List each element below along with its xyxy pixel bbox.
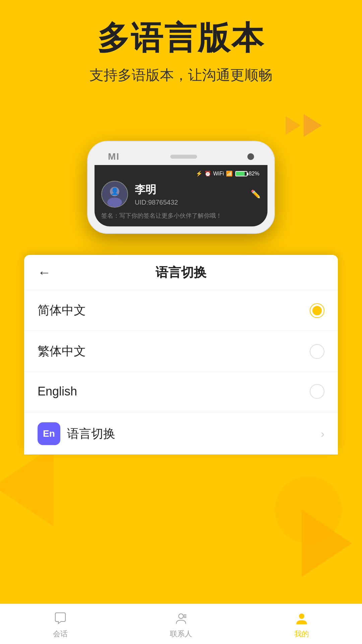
contacts-icon	[172, 609, 190, 627]
lang-icon-text: En	[43, 428, 55, 439]
svg-point-4	[179, 614, 183, 619]
battery-percent: 82%	[249, 171, 259, 177]
alarm-icon: ⏰	[204, 170, 211, 177]
main-title: 多语言版本	[20, 20, 342, 56]
play-outline-icon	[286, 116, 300, 135]
battery-bar	[235, 171, 247, 176]
user-profile-row: 👤 李明 UID:98765432 ✏️	[101, 181, 261, 208]
user-info: 李明 UID:98765432	[135, 182, 244, 206]
user-uid: UID:98765432	[135, 199, 244, 206]
language-name-simplified: 简体中文	[38, 302, 86, 319]
battery-fill	[236, 172, 245, 176]
phone-brand: MI	[108, 151, 120, 162]
radio-inner-simplified	[312, 306, 322, 315]
radio-traditional[interactable]	[310, 344, 324, 359]
user-signature: 签名：写下你的签名让更多小伙伴了解你哦！	[101, 212, 261, 220]
svg-text:👤: 👤	[111, 187, 119, 195]
edit-icon[interactable]: ✏️	[251, 190, 261, 199]
nav-label-contacts: 联系人	[170, 629, 192, 639]
phone-mockup: MI ⚡ ⏰ WiFi 📶	[87, 141, 275, 234]
radio-english[interactable]	[310, 384, 324, 399]
deco-circle	[275, 476, 342, 543]
language-item-traditional-chinese[interactable]: 繁体中文	[24, 331, 338, 372]
radio-simplified[interactable]	[310, 303, 324, 318]
lang-entry-label: 语言切换	[67, 426, 314, 442]
phone-outer: MI ⚡ ⏰ WiFi 📶	[87, 141, 275, 234]
svg-point-2	[107, 198, 122, 207]
deco-triangle-left	[0, 446, 54, 527]
nav-label-chat: 会话	[53, 629, 68, 639]
wifi-icon: WiFi	[213, 171, 224, 177]
user-name: 李明	[135, 182, 244, 197]
language-name-traditional: 繁体中文	[38, 343, 86, 360]
modal-header: ← 语言切换	[24, 255, 338, 290]
nav-item-profile[interactable]: 我的	[241, 609, 362, 639]
avatar-image: 👤	[102, 181, 127, 207]
chevron-right-icon: ›	[321, 428, 324, 440]
language-name-english: English	[38, 384, 77, 398]
svg-point-8	[299, 613, 304, 619]
bottom-language-entry[interactable]: En 语言切换 ›	[24, 413, 338, 454]
language-item-simplified-chinese[interactable]: 简体中文	[24, 290, 338, 331]
nav-label-profile: 我的	[294, 629, 309, 639]
chat-icon	[52, 609, 69, 627]
phone-inner: MI ⚡ ⏰ WiFi 📶	[95, 148, 267, 226]
back-button[interactable]: ←	[38, 266, 51, 279]
battery-indicator: 82%	[235, 171, 259, 177]
phone-speaker	[170, 155, 197, 159]
nav-item-contacts[interactable]: 联系人	[121, 609, 241, 639]
language-item-english[interactable]: English	[24, 372, 338, 411]
signal-icon: 📶	[226, 170, 233, 177]
bottom-nav: 会话 联系人 我的	[0, 604, 362, 644]
phone-top-bar: MI	[95, 148, 267, 165]
status-icons: ⚡ ⏰ WiFi 📶	[196, 170, 233, 177]
modal-title: 语言切换	[156, 264, 206, 281]
nav-item-chat[interactable]: 会话	[0, 609, 121, 639]
language-icon: En	[38, 422, 60, 445]
user-avatar: 👤	[101, 181, 128, 208]
bluetooth-icon: ⚡	[196, 170, 202, 177]
phone-screen: ⚡ ⏰ WiFi 📶 82%	[95, 165, 267, 226]
phone-camera	[247, 153, 254, 160]
header-area: 多语言版本 支持多语版本，让沟通更顺畅	[0, 20, 362, 85]
sub-title: 支持多语版本，让沟通更顺畅	[20, 66, 342, 85]
profile-icon	[293, 609, 310, 627]
play-icons-decoration	[286, 114, 322, 137]
status-bar: ⚡ ⏰ WiFi 📶 82%	[101, 170, 261, 177]
play-filled-icon	[304, 114, 322, 137]
